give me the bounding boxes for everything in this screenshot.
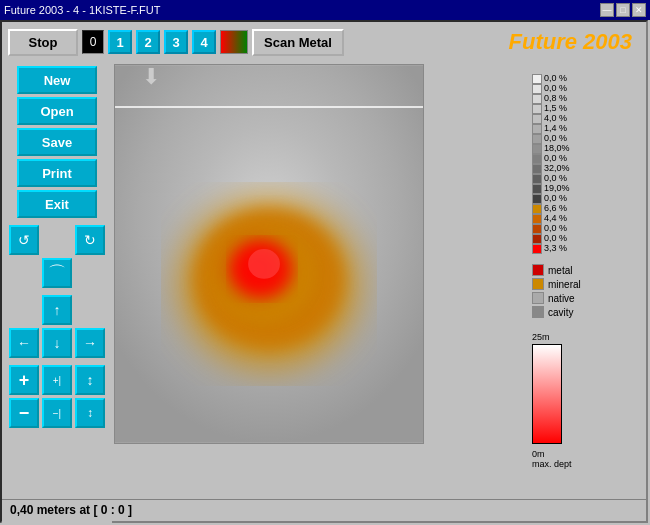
window-title: Future 2003 - 4 - 1KISTE-F.FUT <box>4 4 161 16</box>
move-down-button[interactable]: ↓ <box>42 328 72 358</box>
zoom-in-button[interactable]: + <box>9 365 39 395</box>
exit-button[interactable]: Exit <box>17 190 97 218</box>
zoom-out-fine-button[interactable]: −| <box>42 398 72 428</box>
tab-2-button[interactable]: 2 <box>136 30 160 54</box>
color-indicator <box>220 30 248 54</box>
content-area: New Open Save Print Exit ↺ ↻ ⌒ ↑ ← ↓ → <box>2 62 646 525</box>
rotate-right-button[interactable]: ↻ <box>75 225 105 255</box>
legend-area: metal mineral native cavity <box>532 264 644 320</box>
legend-mineral-label: mineral <box>548 279 581 290</box>
legend-metal: metal <box>532 264 644 276</box>
legend-native: native <box>532 292 644 304</box>
depth-label: max. dept <box>532 459 644 469</box>
scan-display <box>114 64 424 444</box>
move-up-button[interactable]: ↑ <box>42 295 72 325</box>
zoom-out-button[interactable]: − <box>9 398 39 428</box>
legend-cavity-label: cavity <box>548 307 574 318</box>
open-button[interactable]: Open <box>17 97 97 125</box>
left-panel: New Open Save Print Exit ↺ ↻ ⌒ ↑ ← ↓ → <box>2 62 112 525</box>
move-right-button[interactable]: → <box>75 328 105 358</box>
legend-native-label: native <box>548 293 575 304</box>
svg-point-6 <box>248 249 280 279</box>
new-button[interactable]: New <box>17 66 97 94</box>
title-bar: Future 2003 - 4 - 1KISTE-F.FUT — □ ✕ <box>0 0 650 20</box>
depth-0m-label: 0m <box>532 449 644 459</box>
depth-scale: 0,0 % 0,0 % 0,8 % 1,5 % 4,0 % <box>532 74 644 254</box>
curve-button[interactable]: ⌒ <box>42 258 72 288</box>
rotate-left-button[interactable]: ↺ <box>9 225 39 255</box>
depth-25m-label: 25m <box>532 332 644 342</box>
app-title: Future 2003 <box>509 29 633 55</box>
depth-bar <box>532 344 562 444</box>
direction-controls: ↑ ← ↓ → <box>9 295 105 358</box>
zoom-reset-button[interactable]: ↕ <box>75 398 105 428</box>
main-window: Stop 0 1 2 3 4 Scan Metal Future 2003 Ne… <box>0 20 648 523</box>
legend-mineral: mineral <box>532 278 644 290</box>
zoom-fit-v-button[interactable]: ↕ <box>75 365 105 395</box>
status-text: 0,40 meters at [ 0 : 0 ] <box>10 503 132 517</box>
stop-button[interactable]: Stop <box>8 29 78 56</box>
toolbar: Stop 0 1 2 3 4 Scan Metal Future 2003 <box>2 22 646 62</box>
save-button[interactable]: Save <box>17 128 97 156</box>
tab-1-button[interactable]: 1 <box>108 30 132 54</box>
zoom-controls: + +| ↕ − −| ↕ <box>9 365 105 428</box>
rotation-controls: ↺ ↻ ⌒ <box>9 225 105 288</box>
legend-metal-label: metal <box>548 265 572 276</box>
move-left-button[interactable]: ← <box>9 328 39 358</box>
close-button[interactable]: ✕ <box>632 3 646 17</box>
maximize-button[interactable]: □ <box>616 3 630 17</box>
print-button[interactable]: Print <box>17 159 97 187</box>
viz-area: ⬇ <box>112 62 526 525</box>
zoom-in-fine-button[interactable]: +| <box>42 365 72 395</box>
tab-3-button[interactable]: 3 <box>164 30 188 54</box>
window-controls: — □ ✕ <box>600 3 646 17</box>
num-display: 0 <box>82 30 104 54</box>
depth-bar-area: 25m 0m max. dept <box>532 332 644 469</box>
right-panel: 0,0 % 0,0 % 0,8 % 1,5 % 4,0 % <box>526 62 646 525</box>
minimize-button[interactable]: — <box>600 3 614 17</box>
scan-arrow: ⬇ <box>142 64 160 90</box>
scale-row: 3,3 % <box>532 244 567 254</box>
tab-4-button[interactable]: 4 <box>192 30 216 54</box>
legend-cavity: cavity <box>532 306 644 318</box>
scan-metal-button[interactable]: Scan Metal <box>252 29 344 56</box>
status-bar: 0,40 meters at [ 0 : 0 ] <box>2 499 646 519</box>
